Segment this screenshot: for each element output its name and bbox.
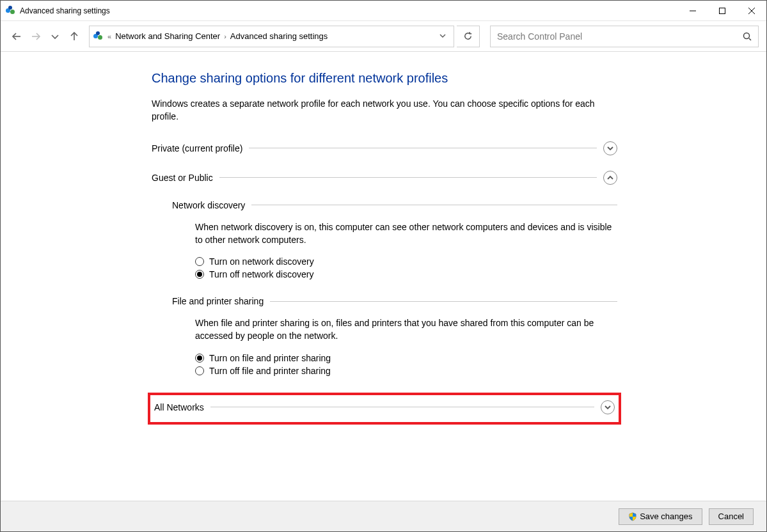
radio-label: Turn on file and printer sharing (209, 353, 331, 363)
forward-button[interactable] (28, 28, 44, 45)
nav-bar: « Network and Sharing Center › Advanced … (1, 21, 766, 52)
back-button[interactable] (8, 28, 25, 45)
radio-label: Turn off file and printer sharing (209, 366, 331, 376)
network-discovery-title: Network discovery (172, 200, 245, 210)
content-panel: Change sharing options for different net… (152, 71, 617, 425)
refresh-button[interactable] (457, 26, 480, 47)
divider (219, 177, 597, 178)
network-discovery-description: When network discovery is on, this compu… (195, 221, 617, 247)
collapse-guest-button[interactable] (603, 171, 617, 185)
divider (251, 205, 617, 205)
expand-private-button[interactable] (603, 141, 617, 155)
svg-rect-1 (720, 8, 725, 13)
breadcrumb-sep-icon: › (224, 33, 226, 40)
group-file-printer-sharing: File and printer sharing When file and p… (172, 296, 617, 376)
shield-icon (628, 512, 637, 521)
expand-all-networks-button[interactable] (601, 400, 615, 414)
breadcrumb-chevron-icon: « (107, 33, 111, 40)
profile-private[interactable]: Private (current profile) (152, 141, 617, 155)
group-network-discovery: Network discovery When network discovery… (172, 200, 617, 280)
search-box[interactable] (490, 26, 759, 47)
profile-all-networks-label: All Networks (154, 402, 204, 412)
minimize-button[interactable] (678, 1, 708, 21)
breadcrumb-parent[interactable]: Network and Sharing Center (113, 31, 223, 41)
file-printer-description: When file and printer sharing is on, fil… (195, 317, 617, 343)
svg-line-8 (749, 38, 751, 40)
radio-icon (195, 257, 204, 266)
radio-icon (195, 366, 204, 375)
window-title: Advanced sharing settings (20, 6, 110, 15)
divider (270, 301, 617, 302)
footer: Save changes Cancel (1, 501, 766, 531)
profile-all-networks[interactable]: All Networks (154, 400, 615, 414)
radio-file-printer-off[interactable]: Turn off file and printer sharing (195, 366, 617, 376)
address-dropdown-button[interactable] (436, 31, 450, 41)
title-bar: Advanced sharing settings (1, 1, 766, 21)
highlight-all-networks: All Networks (148, 393, 621, 425)
profile-guest-label: Guest or Public (152, 173, 213, 183)
radio-label: Turn on network discovery (209, 256, 314, 267)
maximize-button[interactable] (708, 1, 737, 21)
save-changes-button[interactable]: Save changes (619, 508, 702, 525)
up-button[interactable] (66, 28, 83, 45)
divider (210, 407, 594, 407)
page-description: Windows creates a separate network profi… (152, 97, 617, 123)
svg-point-7 (744, 33, 750, 38)
radio-icon (195, 354, 204, 363)
address-bar[interactable]: « Network and Sharing Center › Advanced … (89, 26, 454, 47)
radio-label: Turn off network discovery (209, 269, 313, 279)
page-title: Change sharing options for different net… (152, 71, 617, 86)
search-input[interactable] (497, 31, 743, 42)
close-button[interactable] (737, 1, 766, 21)
radio-network-discovery-on[interactable]: Turn on network discovery (195, 256, 617, 267)
radio-file-printer-on[interactable]: Turn on file and printer sharing (195, 353, 617, 363)
breadcrumb-current[interactable]: Advanced sharing settings (228, 31, 330, 41)
radio-icon (195, 270, 204, 279)
profile-guest[interactable]: Guest or Public (152, 171, 617, 185)
file-printer-title: File and printer sharing (172, 296, 264, 306)
divider (249, 148, 597, 148)
address-icon (93, 31, 104, 42)
cancel-label: Cancel (718, 512, 744, 521)
recent-locations-button[interactable] (47, 28, 63, 45)
save-changes-label: Save changes (640, 512, 692, 521)
radio-network-discovery-off[interactable]: Turn off network discovery (195, 269, 617, 279)
profile-private-label: Private (current profile) (152, 143, 242, 153)
cancel-button[interactable]: Cancel (709, 508, 754, 525)
search-icon (743, 32, 752, 41)
app-icon (6, 6, 16, 16)
